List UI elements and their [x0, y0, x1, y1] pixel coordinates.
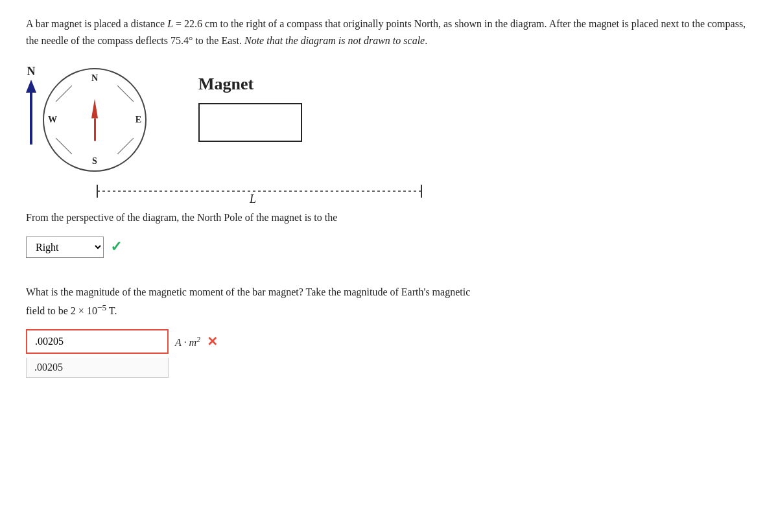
compass-needle — [91, 99, 98, 141]
compass-diagonal-sw — [56, 138, 72, 154]
compass-east-label: E — [136, 115, 141, 125]
magnet-box — [198, 103, 302, 142]
north-arrow-label: N — [27, 65, 36, 78]
exponent: −5 — [97, 302, 106, 312]
needle-shaft — [94, 119, 96, 141]
compass-circle: N S E W — [43, 68, 147, 172]
compass-diagonal-se — [117, 138, 134, 154]
distance-line-area: L — [91, 178, 752, 204]
direction-dropdown[interactable]: Right Left Above Below — [26, 237, 104, 258]
north-arrow-container: N — [26, 65, 36, 145]
compass-diagonal-nw — [56, 86, 72, 102]
compass-north-label: N — [91, 73, 98, 84]
diagram-area: N N S E W M — [26, 62, 752, 172]
L-symbol: L — [167, 18, 173, 29]
magnet-label: Magnet — [198, 75, 253, 94]
checkmark-icon: ✓ — [110, 238, 122, 255]
compass-section: N N S E W — [26, 62, 147, 172]
compass-diagonal-ne — [117, 86, 134, 102]
needle-top — [91, 99, 98, 119]
distance-line-svg: L — [91, 178, 428, 204]
correct-answer-display: .00205 — [26, 358, 169, 378]
from-question-text: From the perspective of the diagram, the… — [26, 209, 752, 226]
magnitude-question: What is the magnitude of the magnetic mo… — [26, 284, 752, 319]
compass-south-label: S — [92, 156, 97, 167]
note-italic: Note that the diagram is not drawn to sc… — [244, 35, 425, 46]
svg-text:L: L — [249, 192, 256, 204]
unit-label: A · m2 — [175, 335, 200, 349]
compass-west-label: W — [48, 115, 57, 125]
wrong-icon: ✕ — [207, 334, 218, 349]
magnet-section: Magnet — [198, 75, 302, 142]
north-arrow-head — [26, 80, 36, 93]
problem-statement: A bar magnet is placed a distance L = 22… — [26, 16, 752, 49]
section-divider — [26, 267, 752, 277]
intro-text: A bar magnet is placed a distance L = 22… — [26, 16, 752, 49]
compass-container: N S E W — [43, 68, 147, 172]
magnitude-input[interactable] — [26, 329, 169, 354]
north-arrow-shaft — [30, 93, 32, 145]
input-row[interactable]: A · m2 ✕ — [26, 329, 752, 354]
dropdown-answer-row[interactable]: Right Left Above Below ✓ — [26, 237, 752, 258]
